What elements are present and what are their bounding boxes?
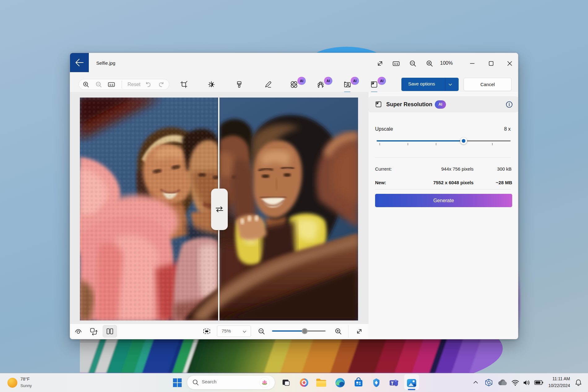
- svg-text:1:1: 1:1: [109, 83, 113, 86]
- svg-text:1:1: 1:1: [394, 62, 398, 65]
